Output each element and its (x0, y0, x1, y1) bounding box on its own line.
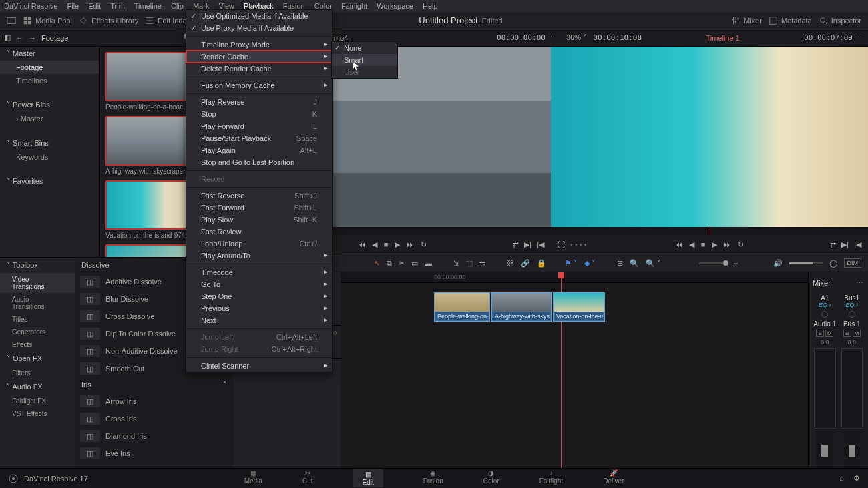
metadata-toggle[interactable]: Metadata (769, 16, 812, 25)
source-options-icon[interactable]: ⋯ (548, 33, 556, 41)
overwrite-icon[interactable]: ▬ (425, 259, 432, 267)
last-frame-icon[interactable]: |◀ (537, 240, 544, 249)
next-frame-icon[interactable]: ⏭ (407, 240, 414, 248)
timeline-ruler[interactable]: 00:00:00:00 (341, 272, 808, 283)
match-frame-icon[interactable]: ⇄ (513, 240, 519, 249)
fx-section[interactable]: ˅ Toolbox (0, 258, 75, 273)
menu-item[interactable]: Render Cache (186, 51, 332, 63)
page-media[interactable]: ▦Media (244, 469, 262, 487)
effects-library-toggle[interactable]: Effects Library (79, 16, 138, 25)
program-scrubber[interactable] (551, 227, 868, 235)
tl-zoom-icon[interactable]: 🔍 (630, 259, 639, 268)
fx-item[interactable]: ◫Arrow Iris (75, 393, 234, 410)
timeline-clip[interactable]: Vacation-on-the-islan... (553, 292, 605, 322)
bin-item[interactable]: › Master (0, 112, 99, 126)
menu-item[interactable]: Go To (186, 278, 332, 290)
p-match-icon[interactable]: ⇄ (830, 240, 836, 249)
loop-icon[interactable]: ↻ (421, 240, 427, 249)
stop-icon[interactable]: ■ (384, 240, 389, 248)
p-stop-icon[interactable]: ■ (701, 240, 706, 248)
p-next-frame-icon[interactable]: ⏭ (724, 240, 731, 248)
insert-icon[interactable]: ▭ (411, 259, 418, 268)
jog-dots[interactable]: • • • • (570, 240, 587, 248)
play-icon[interactable]: ▶ (395, 240, 400, 249)
timeline-name[interactable]: Timeline 1 (706, 34, 739, 42)
fwd-icon[interactable]: → (29, 34, 36, 42)
page-color[interactable]: ◑Color (483, 469, 499, 487)
menu-file[interactable]: File (67, 2, 79, 10)
mixer-options-icon[interactable]: ⋯ (856, 279, 864, 288)
media-thumbnail[interactable]: A-highway-with-skyscrapers-in-d... (105, 116, 192, 175)
menu-item[interactable]: Pause/Start PlaybackSpace (186, 132, 332, 144)
fx-section[interactable]: ˅ Audio FX (0, 379, 75, 395)
timeline-clip[interactable]: A-highway-with-skyscr... (491, 292, 552, 322)
page-deliver[interactable]: 🚀Deliver (603, 469, 624, 487)
fx-group[interactable]: Iris˄ (75, 377, 234, 393)
media-thumbnail[interactable]: Vacation-on-the-island-974946 R... (105, 244, 192, 257)
menu-clip[interactable]: Clip (171, 2, 184, 10)
volume-slider[interactable] (789, 262, 823, 264)
menu-item[interactable]: Use Optimized Media if Available (186, 10, 332, 22)
menu-item[interactable]: Previous (186, 302, 332, 314)
menu-item[interactable]: Timecode (186, 266, 332, 278)
fx-item[interactable]: ◫Cross Iris (75, 410, 234, 427)
p-prev-edit-icon[interactable]: |◀ (854, 240, 861, 249)
menu-item[interactable]: Cintel Scanner (186, 360, 332, 372)
zoom-level[interactable]: 36% (566, 33, 581, 41)
menu-trim[interactable]: Trim (110, 2, 125, 10)
edit-index-toggle[interactable]: Edit Index (145, 16, 190, 25)
fx-tree-item[interactable]: Audio Transitions (0, 293, 75, 313)
snap-icon[interactable]: ⊞ (617, 259, 623, 268)
media-thumbnail[interactable]: Vacation-on-the-island-974946.m... (105, 180, 192, 239)
collapse-icon[interactable]: ◧ (4, 33, 11, 42)
page-cut[interactable]: ✂Cut (302, 469, 313, 487)
volume-icon[interactable]: 🔊 (773, 259, 783, 268)
menu-item[interactable]: Play AgainAlt+L (186, 144, 332, 156)
p-loop-icon[interactable]: ↻ (738, 240, 744, 249)
prev-frame-icon[interactable]: ◀ (372, 240, 377, 249)
menu-item[interactable]: Play ForwardL (186, 120, 332, 132)
page-edit[interactable]: ▤Edit (353, 469, 383, 487)
media-thumbnail[interactable]: People-walking-on-a-beach-top-... (105, 52, 192, 111)
menu-item[interactable]: Fast ForwardShift+L (186, 202, 332, 214)
timeline-body[interactable]: 00:00:00:00 People-walking-on-...A-highw… (341, 272, 808, 468)
trim-tool-icon[interactable]: ⧉ (387, 259, 392, 268)
mute-icon[interactable]: ◯ (829, 259, 837, 268)
menu-item[interactable]: Timeline Proxy Mode (186, 39, 332, 51)
menu-item[interactable]: Fast ReverseShift+J (186, 190, 332, 202)
bin-item[interactable]: Timelines (0, 74, 99, 87)
zoom-in-icon[interactable]: ＋ (732, 258, 740, 268)
menu-item[interactable]: Fusion Memory Cache (186, 79, 332, 91)
mixer-channel[interactable]: A1EQ ›Audio 1SM0.0 (813, 294, 837, 487)
menu-davinciresolve[interactable]: DaVinci Resolve (4, 2, 58, 10)
extent-icon[interactable]: ⛶ (558, 240, 565, 248)
p-first-frame-icon[interactable]: ⏮ (675, 240, 682, 248)
lock-icon[interactable]: 🔒 (537, 259, 546, 268)
menu-item[interactable]: Fast Review (186, 226, 332, 238)
menu-item[interactable]: Use Proxy Media if Available (186, 22, 332, 34)
link-icon[interactable]: ⛓ (507, 259, 514, 267)
blade-tool-icon[interactable]: ✂ (399, 259, 405, 268)
fit-icon[interactable]: ⬚ (466, 259, 473, 268)
fx-tree-item[interactable]: VST Effects (0, 407, 75, 420)
p-prev-frame-icon[interactable]: ◀ (689, 240, 694, 249)
attach-icon[interactable]: 🔗 (521, 259, 530, 268)
bin-section-master[interactable]: ˅ Master (0, 47, 99, 61)
arrow-tool-icon[interactable]: ↖ (374, 259, 380, 268)
bin-section-smart-bins[interactable]: ˅ Smart Bins (0, 136, 99, 150)
layout-icon[interactable] (7, 16, 16, 25)
menu-help[interactable]: Help (423, 2, 438, 10)
first-frame-icon[interactable]: ⏮ (358, 240, 365, 248)
fx-item[interactable]: ◫Eye Iris (75, 445, 234, 462)
media-pool-toggle[interactable]: Media Pool (23, 16, 72, 25)
menu-item[interactable]: Next (186, 314, 332, 326)
back-icon[interactable]: ← (16, 34, 23, 42)
menubar[interactable]: DaVinci ResolveFileEditTrimTimelineClipM… (0, 0, 868, 12)
menu-item[interactable]: Stop and Go to Last Position (186, 156, 332, 168)
mixer-toggle[interactable]: Mixer (731, 16, 762, 25)
next-edit-icon[interactable]: ▶| (524, 240, 531, 249)
menu-timeline[interactable]: Timeline (134, 2, 162, 10)
settings-icon[interactable]: ⚙ (853, 474, 860, 483)
dim-button[interactable]: DIM (844, 258, 862, 268)
menu-item[interactable]: Play SlowShift+K (186, 214, 332, 226)
